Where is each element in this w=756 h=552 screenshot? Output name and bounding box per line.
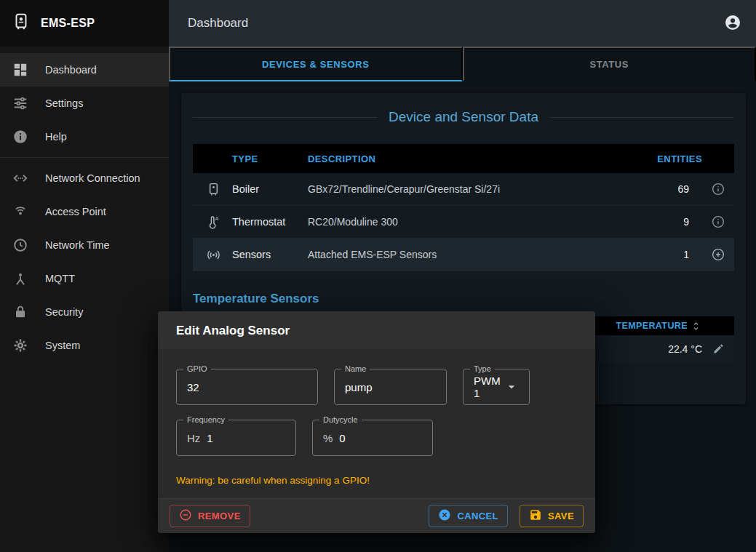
access-point-icon [12, 204, 29, 220]
field-row-2: Frequency Hz 1 Dutycycle % 0 [176, 420, 577, 456]
info-circle-icon[interactable] [702, 182, 734, 196]
sidebar-item-security[interactable]: Security [0, 295, 169, 329]
sidebar-item-mqtt[interactable]: MQTT [0, 262, 169, 295]
gear-icon [12, 337, 29, 353]
type-select[interactable]: Type PWM 1 [463, 369, 530, 405]
tab-devices-sensors[interactable]: DEVICES & SENSORS [169, 47, 463, 81]
col-entities: ENTITIES [644, 153, 702, 164]
device-description: RC20/Moduline 300 [308, 216, 644, 228]
boiler-icon [206, 182, 232, 197]
gpio-warning-text: Warning: be careful when assigning a GPI… [176, 471, 577, 498]
sidebar-item-label: Network Time [45, 239, 110, 251]
frequency-field-value: 1 [207, 432, 212, 444]
name-field-value: pump [345, 381, 373, 393]
section-title: Device and Sensor Data [389, 109, 538, 125]
col-type: TYPE [232, 153, 308, 164]
sidebar-item-help[interactable]: Help [0, 120, 169, 153]
type-select-label: Type [470, 364, 495, 373]
field-row-1: GPIO 32 Name pump Type PWM 1 [176, 369, 577, 405]
table-row-thermostat[interactable]: A Thermostat RC20/Moduline 300 9 [193, 206, 734, 239]
sidebar-item-system[interactable]: System [0, 329, 169, 362]
edit-analog-sensor-dialog: Edit Analog Sensor GPIO 32 Name pump Typ… [158, 311, 595, 533]
divider-line [193, 117, 377, 118]
remove-circle-icon [179, 508, 192, 524]
section-title-row: Device and Sensor Data [193, 109, 734, 125]
sidebar-item-label: Security [45, 306, 83, 318]
ethernet-icon [12, 170, 29, 186]
device-description: Attached EMS-ESP Sensors [308, 249, 644, 260]
info-circle-icon[interactable] [702, 215, 734, 229]
sort-arrows-icon[interactable] [690, 320, 702, 332]
sensors-icon [206, 247, 232, 263]
dialog-body: GPIO 32 Name pump Type PWM 1 Frequenc [158, 349, 595, 498]
sidebar-item-label: Settings [45, 97, 83, 109]
sidebar-item-dashboard[interactable]: Dashboard [0, 53, 169, 87]
appbar: Dashboard [169, 0, 756, 47]
account-circle-icon [724, 14, 741, 33]
cancel-button-label: CANCEL [457, 511, 498, 521]
device-table: TYPE DESCRIPTION ENTITIES Boiler GBx72/T… [193, 144, 734, 271]
dutycycle-unit: % [323, 432, 333, 444]
sidebar-item-label: Network Connection [45, 172, 140, 184]
remove-button-label: REMOVE [198, 511, 241, 521]
dashboard-icon [12, 62, 29, 78]
col-description: DESCRIPTION [308, 153, 644, 164]
info-icon [12, 129, 29, 145]
dialog-footer: REMOVE CANCEL SAVE [158, 498, 595, 533]
dialog-title: Edit Analog Sensor [158, 311, 595, 349]
divider-line [550, 117, 734, 118]
antenna-icon [12, 271, 29, 287]
frequency-field[interactable]: Frequency Hz 1 [176, 420, 296, 456]
dutycycle-field-label: Dutycycle [319, 415, 362, 424]
cancel-button[interactable]: CANCEL [429, 505, 508, 527]
sidebar-header: EMS-ESP [0, 0, 169, 47]
screen: EMS-ESP Dashboard Settings Help [0, 0, 756, 552]
sidebar-item-label: Access Point [45, 206, 106, 217]
temperature-value: 22.4 °C [668, 343, 702, 355]
account-button[interactable] [724, 14, 741, 33]
table-row-boiler[interactable]: Boiler GBx72/Trendline/Cerapur/Greenstar… [193, 173, 734, 206]
sidebar-item-settings[interactable]: Settings [0, 87, 169, 120]
device-entities: 9 [644, 216, 702, 228]
frequency-unit: Hz [187, 432, 200, 444]
gpio-field-label: GPIO [183, 364, 211, 373]
type-select-value: PWM 1 [474, 375, 504, 399]
frequency-field-label: Frequency [183, 415, 228, 424]
tabbar: DEVICES & SENSORS STATUS [169, 47, 756, 81]
save-button[interactable]: SAVE [520, 505, 584, 527]
cancel-circle-icon [438, 508, 451, 524]
svg-text:A: A [215, 216, 219, 221]
save-floppy-icon [529, 508, 542, 524]
chevron-down-icon [504, 380, 519, 394]
sidebar-item-label: Dashboard [45, 64, 97, 76]
sidebar-item-label: Help [45, 131, 67, 143]
edit-pencil-icon[interactable] [702, 343, 734, 355]
name-field[interactable]: Name pump [334, 369, 447, 405]
gpio-field[interactable]: GPIO 32 [176, 369, 318, 405]
col-temperature: TEMPERATURE [616, 321, 688, 331]
boiler-logo-icon [12, 12, 31, 34]
temperature-sensors-title: Temperature Sensors [193, 292, 734, 306]
add-circle-icon[interactable] [702, 247, 734, 262]
device-description: GBx72/Trendline/Cerapur/Greenstar Si/27i [308, 183, 644, 195]
table-row-sensors[interactable]: Sensors Attached EMS-ESP Sensors 1 [193, 239, 734, 271]
device-type: Sensors [232, 249, 308, 260]
tune-icon [12, 95, 29, 111]
sidebar-item-network-connection[interactable]: Network Connection [0, 161, 169, 195]
save-button-label: SAVE [548, 511, 574, 521]
gpio-field-value: 32 [187, 381, 199, 393]
page-title: Dashboard [188, 16, 724, 31]
remove-button[interactable]: REMOVE [170, 505, 250, 527]
sidebar-item-network-time[interactable]: Network Time [0, 228, 169, 262]
name-field-label: Name [341, 364, 370, 373]
device-type: Boiler [232, 183, 308, 195]
device-entities: 69 [644, 183, 702, 195]
device-entities: 1 [644, 249, 702, 260]
device-type: Thermostat [232, 216, 308, 228]
tab-status[interactable]: STATUS [463, 47, 756, 81]
dutycycle-field[interactable]: Dutycycle % 0 [312, 420, 433, 456]
dutycycle-field-value: 0 [339, 432, 345, 444]
sidebar-item-access-point[interactable]: Access Point [0, 195, 169, 228]
app-title: EMS-ESP [41, 17, 95, 30]
thermostat-icon: A [206, 215, 232, 230]
